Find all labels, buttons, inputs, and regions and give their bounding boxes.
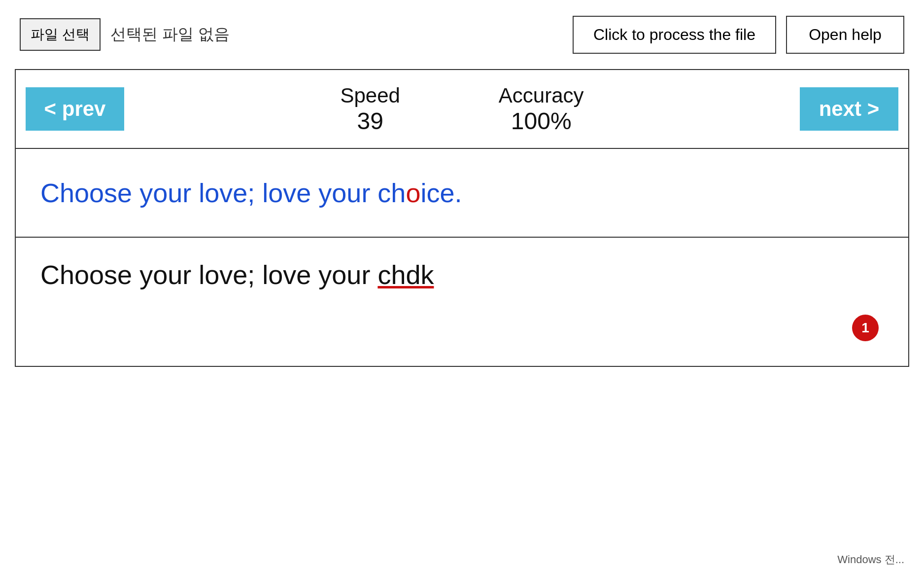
stats-row: < prev Speed 39 Accuracy 100% next > <box>16 70 908 149</box>
sentence-after-highlight: ice. <box>420 178 462 208</box>
sentence-display: Choose your love; love your choice. <box>16 149 908 238</box>
speed-label: Speed <box>340 84 400 107</box>
input-area[interactable]: Choose your love; love your chdk 1 <box>16 238 908 366</box>
speed-stat: Speed 39 <box>340 84 400 135</box>
taskbar-hint: Windows 전... <box>837 552 904 567</box>
typed-before-underline: Choose your love; love your <box>40 260 377 289</box>
accuracy-value: 100% <box>511 107 572 135</box>
open-help-button[interactable]: Open help <box>786 16 904 54</box>
process-file-button[interactable]: Click to process the file <box>573 16 776 54</box>
accuracy-stat: Accuracy 100% <box>499 84 584 135</box>
next-button[interactable]: next > <box>800 87 898 131</box>
typed-underline: chdk <box>377 260 434 289</box>
typed-text: Choose your love; love your chdk <box>40 257 434 292</box>
sentence-text: Choose your love; love your choice. <box>40 176 462 210</box>
speed-value: 39 <box>357 107 383 135</box>
accuracy-label: Accuracy <box>499 84 584 107</box>
main-content: < prev Speed 39 Accuracy 100% next > Cho… <box>15 69 909 367</box>
header: 파일 선택 선택된 파일 없음 Click to process the fil… <box>0 0 924 69</box>
sentence-highlight-char: o <box>406 178 420 208</box>
error-badge: 1 <box>852 315 879 341</box>
stats-center: Speed 39 Accuracy 100% <box>124 84 800 135</box>
sentence-before-highlight: Choose your love; love your ch <box>40 178 406 208</box>
prev-button[interactable]: < prev <box>26 87 124 131</box>
file-select-button[interactable]: 파일 선택 <box>20 18 101 51</box>
no-file-label: 선택된 파일 없음 <box>110 24 230 45</box>
